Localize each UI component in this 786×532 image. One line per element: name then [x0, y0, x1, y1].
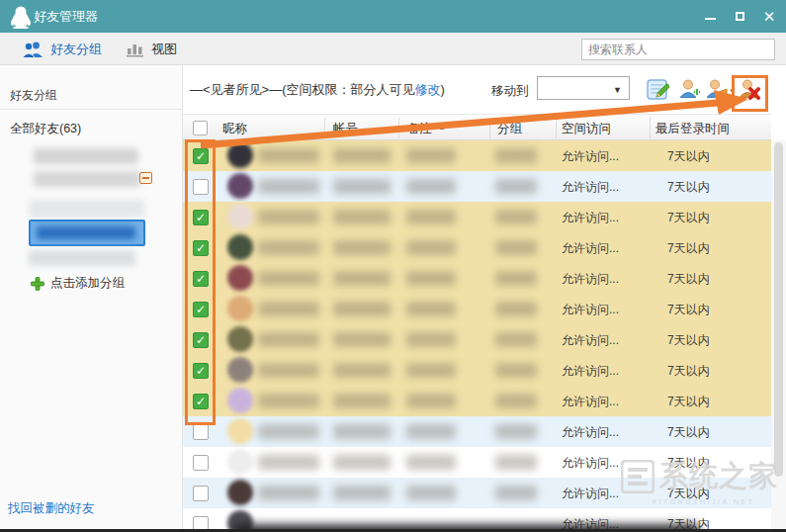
table-row[interactable]: ✓ 允许访问... 7天以内 [183, 355, 771, 386]
col-space[interactable]: 空间访问 [562, 121, 611, 137]
remark-blurred [406, 424, 456, 439]
group-blurred [495, 302, 537, 316]
maximize-button[interactable] [725, 0, 754, 33]
table-row[interactable]: ✓ 允许访问... 7天以内 [183, 294, 771, 324]
tab-friend-groups[interactable]: 好友分组 [22, 37, 102, 62]
minimize-button[interactable] [695, 0, 725, 33]
watermark: 系统之家 XITONGZHIJIA.NET [621, 457, 786, 505]
select-all-checkbox[interactable] [193, 121, 208, 135]
sidebar: 好友分组 全部好友(63) 点击添加分组 找回被删的好友 [0, 65, 183, 532]
row-checkbox[interactable] [193, 424, 209, 440]
col-group[interactable]: 分组 [497, 121, 522, 137]
table-header: 昵称 ▲ 帐号 备注 分组 空间访问 最后登录时间 [183, 114, 771, 140]
group-item-blurred[interactable] [34, 148, 138, 164]
last-login-cell: 7天以内 [667, 424, 710, 441]
space-access-cell: 允许访问... [562, 240, 619, 257]
group-blurred [495, 424, 537, 439]
group-title: —<见者所见>—(空间权限：部分人可见修改) [190, 81, 445, 99]
account-blurred [333, 302, 391, 316]
table-row[interactable]: ✓ 允许访问... 7天以内 [183, 263, 771, 294]
group-blurred [495, 210, 537, 224]
add-friend-icon[interactable] [678, 78, 701, 101]
column-divider [324, 118, 325, 138]
table-row[interactable]: ✓ 允许访问... 7天以内 [183, 202, 771, 232]
search-input[interactable] [581, 39, 775, 60]
modify-link[interactable]: 修改 [415, 82, 441, 97]
last-login-cell: 7天以内 [667, 240, 710, 257]
account-blurred [333, 455, 391, 470]
space-access-cell: 允许访问... [562, 302, 619, 318]
group-item-selected[interactable] [29, 220, 145, 246]
space-access-cell: 允许访问... [562, 148, 619, 165]
highlight-box-delete-icon [732, 75, 768, 112]
friend-notify-icon[interactable] [706, 78, 729, 101]
table-row[interactable]: ✓ 允许访问... 7天以内 [183, 324, 771, 355]
account-blurred [333, 179, 391, 194]
group-blurred [495, 332, 537, 347]
col-nickname[interactable]: 昵称 [222, 121, 247, 137]
account-blurred [333, 394, 391, 408]
nickname-blurred [258, 332, 319, 347]
group-blurred [495, 179, 537, 194]
nickname-blurred [258, 302, 319, 316]
col-last-login[interactable]: 最后登录时间 [655, 121, 730, 137]
group-item-blurred[interactable] [34, 171, 140, 187]
last-login-cell: 7天以内 [667, 332, 710, 349]
remark-blurred [406, 302, 456, 316]
account-blurred [333, 148, 391, 163]
space-access-cell: 允许访问... [562, 363, 619, 380]
group-blurred [495, 486, 537, 500]
space-access-cell: 允许访问... [562, 271, 619, 288]
group-item-blurred[interactable] [29, 200, 144, 218]
account-blurred [333, 332, 391, 347]
avatar [227, 449, 253, 475]
remark-blurred [406, 179, 456, 194]
space-access-cell: 允许访问... [562, 455, 619, 472]
row-checkbox[interactable] [193, 455, 209, 471]
last-login-cell: 7天以内 [667, 148, 710, 165]
table-row[interactable]: 允许访问... 7天以内 [183, 171, 771, 202]
space-access-cell: 允许访问... [562, 210, 619, 226]
nickname-blurred [258, 240, 319, 255]
table-row[interactable]: ✓ 允许访问... 7天以内 [183, 232, 771, 263]
nickname-blurred [258, 486, 319, 500]
col-remark[interactable]: 备注 [407, 121, 432, 137]
table-row[interactable]: ✓ 允许访问... 7天以内 [183, 140, 771, 171]
last-login-cell: 7天以内 [667, 302, 710, 318]
edit-remark-icon[interactable] [647, 78, 669, 101]
nickname-blurred [258, 148, 319, 163]
avatar [227, 173, 253, 199]
row-checkbox[interactable] [193, 486, 209, 501]
recover-deleted-friends-link[interactable]: 找回被删的好友 [8, 500, 95, 517]
avatar [227, 265, 253, 291]
table-row[interactable]: 允许访问... 7天以内 [183, 416, 771, 447]
remark-blurred [406, 455, 456, 470]
remark-blurred [406, 240, 456, 255]
scrollbar-thumb[interactable] [774, 142, 783, 477]
account-blurred [333, 424, 391, 439]
tab-view[interactable]: 视图 [127, 37, 177, 62]
watermark-logo-icon [621, 460, 655, 493]
column-divider [556, 118, 557, 138]
column-divider [650, 118, 651, 138]
close-button[interactable]: ✕ [754, 0, 784, 33]
watermark-text: 系统之家 [659, 457, 778, 496]
nickname-blurred [258, 271, 319, 286]
avatar [227, 234, 253, 260]
move-to-dropdown[interactable]: ▼ [537, 76, 630, 100]
avatar [227, 296, 253, 321]
group-item-blurred[interactable] [29, 250, 135, 266]
avatar [227, 388, 253, 413]
col-account[interactable]: 帐号 [333, 121, 358, 137]
space-access-cell: 允许访问... [562, 486, 619, 502]
add-group-button[interactable]: 点击添加分组 [31, 275, 125, 292]
remark-blurred [406, 394, 456, 408]
remark-blurred [406, 332, 456, 347]
column-divider [398, 118, 399, 138]
space-access-cell: 允许访问... [562, 332, 619, 349]
account-blurred [333, 271, 391, 286]
bar-chart-icon [127, 42, 144, 57]
sidebar-item-all-friends[interactable]: 全部好友(63) [10, 121, 81, 137]
table-row[interactable]: ✓ 允许访问... 7天以内 [183, 386, 771, 416]
account-blurred [333, 240, 391, 255]
